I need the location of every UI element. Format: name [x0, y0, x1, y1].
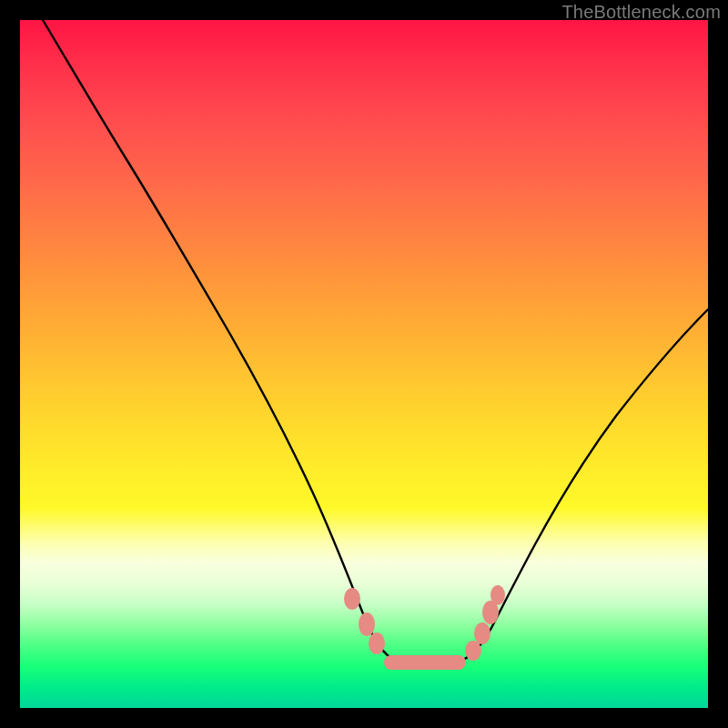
- chart-frame: TheBottleneck.com: [0, 0, 728, 728]
- watermark-text: TheBottleneck.com: [561, 2, 721, 23]
- marker-group: [344, 585, 505, 670]
- plot-area: [20, 20, 708, 708]
- marker: [465, 641, 481, 661]
- curve-layer: [20, 20, 708, 708]
- marker: [490, 585, 505, 605]
- marker: [344, 588, 360, 610]
- bottleneck-curve: [43, 20, 708, 667]
- marker: [359, 612, 375, 636]
- marker: [369, 632, 385, 654]
- marker: [474, 622, 490, 644]
- marker: [384, 655, 466, 670]
